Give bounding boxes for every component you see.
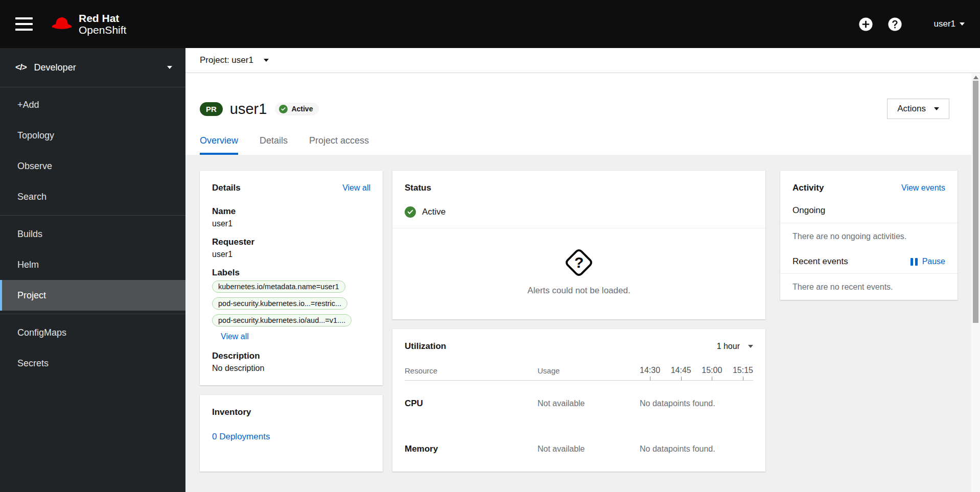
- resource-name: CPU: [405, 399, 538, 409]
- field-term-requester: Requester: [212, 237, 370, 247]
- sidebar: </> Developer +Add Topology Observe Sear…: [0, 48, 185, 492]
- view-events-link[interactable]: View events: [901, 183, 945, 193]
- inventory-card: Inventory 0 Deployments: [200, 395, 383, 472]
- page-scroll-area: PR user1 Active Actions Overview Details: [185, 73, 980, 492]
- details-view-all-link[interactable]: View all: [342, 183, 370, 193]
- time-tick-label: 14:30: [640, 366, 660, 375]
- duration-dropdown[interactable]: 1 hour: [717, 342, 753, 351]
- status-card-title: Status: [405, 183, 431, 193]
- field-value-description: No description: [212, 364, 370, 373]
- sidebar-item-observe[interactable]: Observe: [0, 151, 185, 181]
- pause-button-label: Pause: [922, 257, 945, 266]
- alerts-message: Alerts could not be loaded.: [405, 286, 753, 296]
- resource-usage: Not available: [538, 399, 640, 408]
- sidebar-item-add[interactable]: +Add: [0, 89, 185, 120]
- caret-down-icon: [748, 345, 753, 348]
- field-term-name: Name: [212, 206, 370, 217]
- code-icon: </>: [15, 62, 27, 73]
- time-tick-label: 15:00: [702, 366, 722, 375]
- column-header-resource: Resource: [405, 366, 538, 375]
- main-area: Project: user1 PR user1 Active Actions: [185, 48, 980, 492]
- sidebar-item-search[interactable]: Search: [0, 181, 185, 212]
- actions-button[interactable]: Actions: [887, 99, 949, 119]
- brand-line1: Red Hat: [79, 12, 126, 24]
- details-card: Details View all Name user1 Requester us…: [200, 171, 383, 385]
- caret-down-icon: [934, 107, 939, 110]
- sidebar-item-builds[interactable]: Builds: [0, 219, 185, 249]
- perspective-label: Developer: [34, 62, 76, 73]
- recent-empty-message: There are no recent events.: [780, 273, 958, 300]
- labels-view-all-link[interactable]: View all: [221, 332, 249, 341]
- utilization-row-cpu: CPU Not available No datapoints found.: [405, 381, 753, 426]
- tab-bar: Overview Details Project access: [200, 135, 949, 155]
- sidebar-item-project[interactable]: Project: [0, 280, 185, 311]
- question-circle-icon: [888, 17, 902, 31]
- check-circle-icon: [405, 206, 416, 218]
- hamburger-menu-icon[interactable]: [15, 17, 33, 31]
- sidebar-item-topology[interactable]: Topology: [0, 120, 185, 151]
- perspective-switcher[interactable]: </> Developer: [0, 48, 185, 87]
- utilization-row-memory: Memory Not available No datapoints found…: [405, 426, 753, 472]
- sidebar-divider: [0, 215, 185, 216]
- sidebar-item-secrets[interactable]: Secrets: [0, 348, 185, 379]
- status-active-label: Active: [422, 207, 446, 217]
- inventory-card-title: Inventory: [212, 407, 251, 417]
- caret-down-icon: [960, 22, 965, 26]
- question-diamond-icon: ?: [564, 247, 594, 277]
- details-card-title: Details: [212, 183, 241, 193]
- sidebar-divider: [0, 314, 185, 314]
- status-card: Status Active ? Alerts could not be load…: [392, 171, 765, 319]
- activity-card: Activity View events Ongoing There are n…: [780, 171, 958, 300]
- column-header-usage: Usage: [538, 366, 640, 375]
- field-term-description: Description: [212, 351, 370, 361]
- deployments-link[interactable]: 0 Deployments: [212, 432, 370, 442]
- time-tick-label: 15:15: [733, 366, 753, 375]
- project-selector[interactable]: Project: user1: [200, 55, 269, 65]
- time-tick-label: 14:45: [671, 366, 691, 375]
- project-resource-badge: PR: [200, 102, 223, 116]
- field-term-labels: Labels: [212, 268, 370, 278]
- overview-content: Details View all Name user1 Requester us…: [185, 155, 980, 472]
- quick-add-button[interactable]: [859, 17, 873, 31]
- redhat-fedora-icon: [50, 15, 74, 33]
- status-badge-label: Active: [291, 105, 313, 113]
- project-bar: Project: user1: [185, 48, 980, 73]
- pause-events-button[interactable]: Pause: [911, 257, 945, 266]
- page-header: PR user1 Active Actions Overview Details: [185, 73, 980, 155]
- check-circle-icon: [279, 105, 288, 113]
- plus-circle-icon: [859, 17, 873, 31]
- activity-card-title: Activity: [792, 183, 824, 193]
- scrollbar-thumb[interactable]: [973, 81, 978, 323]
- status-badge: Active: [275, 103, 319, 115]
- resource-datapoints: No datapoints found.: [640, 399, 753, 408]
- user-menu-label: user1: [934, 19, 955, 29]
- field-value-requester: user1: [212, 250, 370, 259]
- time-axis: 14:30 14:45 15:00 15:15: [640, 366, 753, 375]
- tab-overview[interactable]: Overview: [200, 135, 238, 155]
- brand-logo[interactable]: Red Hat OpenShift: [50, 12, 126, 36]
- masthead: Red Hat OpenShift user1: [0, 0, 980, 48]
- sidebar-item-helm[interactable]: Helm: [0, 249, 185, 280]
- alerts-empty-state: ? Alerts could not be loaded.: [392, 228, 765, 319]
- utilization-card: Utilization 1 hour Resource Usage 14:30 …: [392, 329, 765, 472]
- tab-project-access[interactable]: Project access: [309, 135, 369, 155]
- utilization-card-title: Utilization: [405, 341, 446, 352]
- label-chip[interactable]: kubernetes.io/metadata.name=user1: [212, 280, 345, 293]
- resource-name: Memory: [405, 444, 538, 454]
- scrollbar-up-arrow[interactable]: [973, 76, 978, 79]
- help-button[interactable]: [888, 17, 902, 31]
- sidebar-nav: +Add Topology Observe Search Builds Helm…: [0, 87, 185, 379]
- caret-down-icon: [167, 66, 172, 69]
- label-chip[interactable]: pod-security.kubernetes.io...=restric...: [212, 297, 347, 310]
- user-menu[interactable]: user1: [934, 19, 965, 29]
- tab-details[interactable]: Details: [260, 135, 288, 155]
- label-chip[interactable]: pod-security.kubernetes.io/aud...=v1....: [212, 314, 352, 326]
- actions-button-label: Actions: [897, 104, 926, 114]
- sidebar-item-configmaps[interactable]: ConfigMaps: [0, 317, 185, 348]
- pause-icon: [911, 258, 918, 266]
- caret-down-icon: [264, 59, 269, 62]
- ongoing-empty-message: There are no ongoing activities.: [780, 223, 958, 249]
- brand-line2: OpenShift: [79, 24, 126, 36]
- resource-usage: Not available: [538, 444, 640, 454]
- field-value-name: user1: [212, 219, 370, 228]
